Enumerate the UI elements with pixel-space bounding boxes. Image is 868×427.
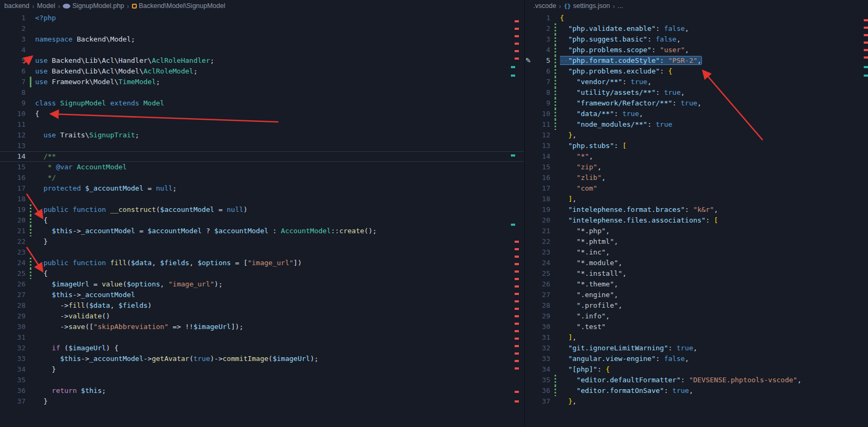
code-line[interactable]: 16 */ <box>0 173 524 183</box>
line-number[interactable]: 29 <box>9 311 26 322</box>
line-number[interactable]: 31 <box>9 332 26 343</box>
code-line[interactable]: 3namespace Backend\Model; <box>0 34 524 45</box>
code-line[interactable]: 28 ->fill($data, $fields) <box>0 300 524 311</box>
code-line[interactable]: 8 <box>0 87 524 98</box>
code-line[interactable]: 26 $imageUrl = value($options, "image_ur… <box>0 279 524 290</box>
code-line[interactable]: 1{ <box>525 13 868 23</box>
line-number[interactable]: 16 <box>9 173 26 183</box>
code-line[interactable]: 31 <box>0 332 524 343</box>
code-line[interactable]: 19 public function __construct($accountM… <box>0 204 524 215</box>
code-line[interactable]: 7use Framework\Model\TimeModel; <box>0 77 524 87</box>
code-line[interactable]: 13 "php.stubs": [ <box>525 141 868 151</box>
code-line[interactable]: 10{ <box>0 109 524 119</box>
code-line[interactable]: 3 "php.suggest.basic": false, <box>525 34 868 45</box>
code-line[interactable]: 1<?php <box>0 13 524 23</box>
code-line[interactable]: 23 <box>0 247 524 258</box>
code-line[interactable]: 29 ->validate() <box>0 311 524 322</box>
code-line[interactable]: 36 "editor.formatOnSave": true, <box>525 385 868 396</box>
code-line[interactable]: 2 <box>0 23 524 34</box>
line-number[interactable]: 18 <box>9 194 26 204</box>
code-line[interactable]: 33 "angular.view-engine": false, <box>525 354 868 364</box>
code-line[interactable]: 28 ".profile", <box>525 300 868 311</box>
code-line[interactable]: 15 * @var AccountModel <box>0 162 524 173</box>
line-number[interactable]: 5 <box>9 55 26 66</box>
line-number[interactable]: 27 <box>533 290 550 300</box>
line-number[interactable]: 14 <box>533 151 550 162</box>
line-number[interactable]: 19 <box>9 204 26 215</box>
line-number[interactable]: 3 <box>9 34 26 45</box>
line-number[interactable]: 4 <box>533 45 550 55</box>
line-number[interactable]: 9 <box>9 98 26 109</box>
line-number[interactable]: 23 <box>533 247 550 258</box>
line-number[interactable]: 12 <box>9 130 26 141</box>
line-number[interactable]: 26 <box>9 279 26 290</box>
line-number[interactable]: 5 <box>533 55 550 66</box>
code-line[interactable]: 13 <box>0 141 524 151</box>
code-line[interactable]: 8 "utility/assets/**": true, <box>525 87 868 98</box>
line-number[interactable]: 8 <box>9 87 26 98</box>
code-line[interactable]: 7 "vendor/**": true, <box>525 77 868 87</box>
code-line[interactable]: 34 } <box>0 364 524 375</box>
line-number[interactable]: 25 <box>9 268 26 279</box>
code-line[interactable]: 30 ->save(["skipAbbreviation" => !!$imag… <box>0 322 524 332</box>
code-line[interactable]: 19 "intelephense.format.braces": "k&r", <box>525 204 868 215</box>
line-number[interactable]: 20 <box>533 215 550 226</box>
code-line[interactable]: 25 { <box>0 268 524 279</box>
line-number[interactable]: 32 <box>9 343 26 354</box>
line-number[interactable]: 21 <box>533 226 550 236</box>
line-number[interactable]: 26 <box>533 279 550 290</box>
line-number[interactable]: 15 <box>533 162 550 173</box>
line-number[interactable]: 36 <box>533 385 550 396</box>
line-number[interactable]: 9 <box>533 98 550 109</box>
code-line[interactable]: 16 "zlib", <box>525 173 868 183</box>
line-number[interactable]: 35 <box>9 375 26 385</box>
code-line[interactable]: 37 }, <box>525 396 868 407</box>
line-number[interactable]: 2 <box>533 23 550 34</box>
line-number[interactable]: 16 <box>533 173 550 183</box>
code-line[interactable]: 18 <box>0 194 524 204</box>
line-number[interactable]: 6 <box>9 66 26 77</box>
code-line[interactable]: 4 "php.problems.scope": "user", <box>525 45 868 55</box>
code-line[interactable]: 27 ".engine", <box>525 290 868 300</box>
line-number[interactable]: 36 <box>9 385 26 396</box>
code-line[interactable]: 35 "editor.defaultFormatter": "DEVSENSE.… <box>525 375 868 385</box>
code-line[interactable]: 9class SignupModel extends Model <box>0 98 524 109</box>
code-line[interactable]: 29 ".info", <box>525 311 868 322</box>
code-line[interactable]: 6use Backend\Lib\Acl\Model\AclRoleModel; <box>0 66 524 77</box>
code-line[interactable]: 18 ], <box>525 194 868 204</box>
line-number[interactable]: 13 <box>533 141 550 151</box>
code-line[interactable]: 30 ".test" <box>525 322 868 332</box>
line-number[interactable]: 11 <box>9 119 26 130</box>
code-line[interactable]: 12 use Traits\SignupTrait; <box>0 130 524 141</box>
line-number[interactable]: 10 <box>9 109 26 119</box>
line-number[interactable]: 15 <box>9 162 26 173</box>
code-line[interactable]: 36 return $this; <box>0 385 524 396</box>
code-line[interactable]: 14 /** <box>0 151 524 162</box>
line-number[interactable]: 35 <box>533 375 550 385</box>
code-line[interactable]: 17 protected $_accountModel = null; <box>0 183 524 194</box>
line-number[interactable]: 30 <box>533 322 550 332</box>
code-line[interactable]: 25 "*.install", <box>525 268 868 279</box>
line-number[interactable]: 37 <box>533 396 550 407</box>
line-number[interactable]: 23 <box>9 247 26 258</box>
line-number[interactable]: 24 <box>9 258 26 268</box>
code-line[interactable]: 33 $this->_accountModel->getAvatar(true)… <box>0 354 524 364</box>
line-number[interactable]: 19 <box>533 204 550 215</box>
breadcrumb-item-ellipsis[interactable]: ... <box>618 2 623 10</box>
line-number[interactable]: 37 <box>9 396 26 407</box>
code-line[interactable]: 35 <box>0 375 524 385</box>
code-line[interactable]: 24 public function fill($data, $fields, … <box>0 258 524 268</box>
code-line[interactable]: 11 "node_modules/**": true <box>525 119 868 130</box>
code-line[interactable]: 22 } <box>0 236 524 247</box>
line-number[interactable]: 32 <box>533 343 550 354</box>
line-number[interactable]: 20 <box>9 215 26 226</box>
code-line[interactable]: 12 }, <box>525 130 868 141</box>
code-line[interactable]: 34 "[php]": { <box>525 364 868 375</box>
code-line[interactable]: 14 "*", <box>525 151 868 162</box>
line-number[interactable]: 18 <box>533 194 550 204</box>
line-number[interactable]: 33 <box>9 354 26 364</box>
breadcrumb-item-settings-json[interactable]: {}settings.json <box>564 2 610 10</box>
code-line[interactable]: 9 "framework/Refactor/**": true, <box>525 98 868 109</box>
breadcrumb-item-model[interactable]: Model <box>37 2 55 10</box>
code-line[interactable]: 21 "*.php", <box>525 226 868 236</box>
